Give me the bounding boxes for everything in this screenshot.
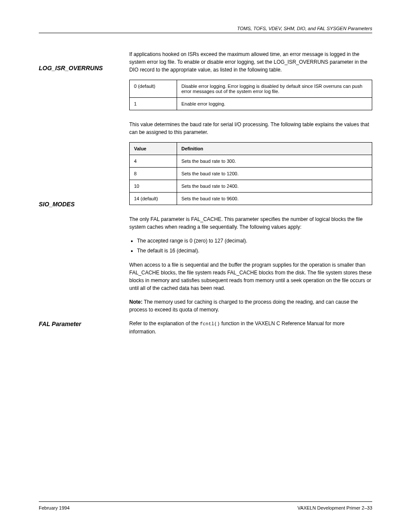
cell-value: 10 [130, 180, 177, 193]
page-footer: February 1994 VAXELN Development Primer … [39, 501, 372, 510]
list-item: The accepted range is 0 (zero) to 127 (d… [137, 237, 372, 245]
sio-modes-table: Value Definition 4 Sets the baud rate to… [129, 142, 372, 205]
cell-value: 0 (default) [130, 80, 177, 98]
fal-p2: When access to a file is sequential and … [129, 261, 372, 292]
fal-p3: Refer to the explanation of the fcntl() … [129, 320, 372, 336]
col-header-value: Value [130, 143, 177, 155]
table-row: 1 Enable error logging. [130, 98, 372, 110]
table-row: 14 (default) Sets the baud rate to 9600. [130, 193, 372, 205]
fal-p3-code: fcntl() [200, 321, 220, 327]
table-row: 0 (default) Disable error logging. Error… [130, 80, 372, 98]
cell-desc: Disable error logging. Error logging is … [177, 80, 372, 98]
cell-value: 8 [130, 168, 177, 180]
log-isr-overruns-table: 0 (default) Disable error logging. Error… [129, 80, 372, 110]
cell-desc: Sets the baud rate to 9600. [177, 193, 372, 205]
list-item: The default is 16 (decimal). [137, 247, 372, 255]
table-row: 4 Sets the baud rate to 300. [130, 155, 372, 168]
cell-value: 4 [130, 155, 177, 168]
table-row: 10 Sets the baud rate to 2400. [130, 180, 372, 193]
fal-note: Note: The memory used for caching is cha… [129, 298, 372, 314]
table-row: 8 Sets the baud rate to 1200. [130, 168, 372, 180]
cell-value: 14 (default) [130, 193, 177, 205]
cell-desc: Enable error logging. [177, 98, 372, 110]
section-heading-log-isr-overruns: LOG_ISR_OVERRUNS [39, 65, 103, 72]
note-text: The memory used for caching is charged t… [129, 299, 358, 313]
section-heading-sio-modes: SIO_MODES [39, 201, 75, 208]
table-header-row: Value Definition [130, 143, 372, 155]
fal-p1: The only FAL parameter is FAL_CACHE. Thi… [129, 215, 372, 231]
header-topic: TOMS, TOFS, VDEV, SHM, DIO, and FAL SYSG… [237, 26, 372, 31]
col-header-definition: Definition [177, 143, 372, 155]
footer-pagelabel: VAXELN Development Primer 2–33 [298, 505, 372, 510]
section1-intro: If applications hooked on ISRs exceed th… [129, 50, 372, 74]
cell-value: 1 [130, 98, 177, 110]
cell-desc: Sets the baud rate to 300. [177, 155, 372, 168]
fal-p3-prefix: Refer to the explanation of the [129, 320, 200, 327]
page-header: TOMS, TOFS, VDEV, SHM, DIO, and FAL SYSG… [39, 26, 372, 33]
cell-desc: Sets the baud rate to 2400. [177, 180, 372, 193]
fal-bullet-list: The accepted range is 0 (zero) to 127 (d… [129, 237, 372, 255]
cell-desc: Sets the baud rate to 1200. [177, 168, 372, 180]
note-label: Note: [129, 299, 143, 305]
section2-intro: This value determines the baud rate for … [129, 121, 372, 136]
footer-date: February 1994 [39, 505, 70, 510]
section-heading-fal-parameter: FAL Parameter [39, 320, 81, 327]
